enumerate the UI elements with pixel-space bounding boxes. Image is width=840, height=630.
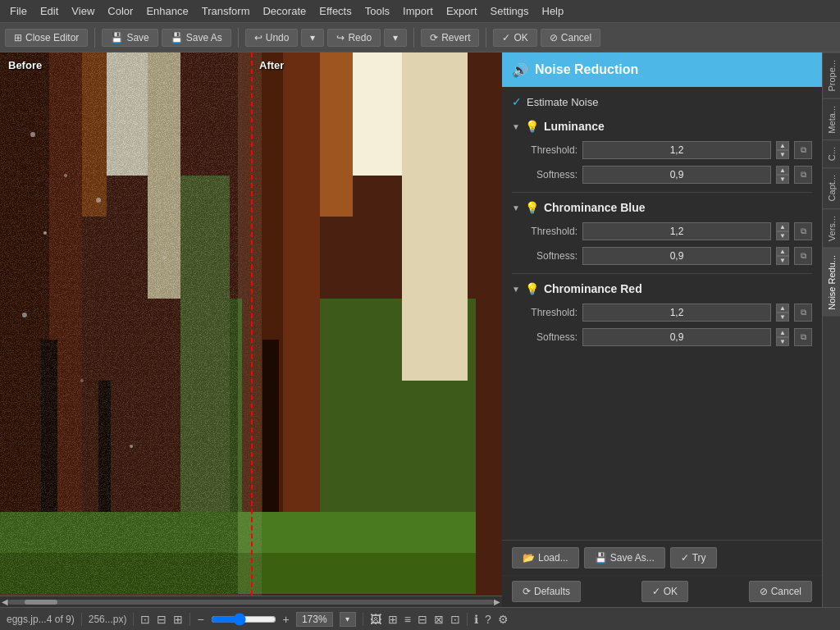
chrom-blue-softness-copy[interactable]: ⧉	[794, 247, 812, 265]
ok-button[interactable]: ✓ OK	[493, 29, 536, 47]
chrom-blue-softness-input[interactable]	[582, 247, 771, 265]
menu-decorate[interactable]: Decorate	[256, 3, 313, 19]
frame-icon[interactable]: ⊞	[173, 613, 183, 626]
luminance-softness-input[interactable]	[582, 166, 771, 184]
help-icon[interactable]: ?	[485, 613, 491, 626]
save-as-button[interactable]: 💾 Save As	[162, 29, 231, 47]
cancel-button[interactable]: ⊘ Cancel	[541, 29, 600, 47]
chrom-blue-threshold-spinner[interactable]: ▲ ▼	[776, 222, 789, 240]
menu-import[interactable]: Import	[396, 3, 440, 19]
view-mode-5-icon[interactable]: ⊠	[434, 613, 444, 626]
menu-tools[interactable]: Tools	[358, 3, 396, 19]
zoom-input[interactable]	[296, 612, 333, 627]
luminance-threshold-up[interactable]: ▲	[776, 141, 789, 150]
view-mode-2-icon[interactable]: ⊞	[388, 613, 398, 626]
zoom-slider[interactable]	[211, 612, 276, 627]
menu-file[interactable]: File	[3, 3, 34, 19]
chrom-red-softness-label: Softness:	[512, 331, 578, 343]
side-tab-noise[interactable]: Noise Redu...	[823, 248, 840, 317]
chrom-red-arrow[interactable]: ▼	[512, 285, 520, 294]
svg-rect-12	[402, 52, 468, 381]
menu-help[interactable]: Help	[536, 3, 571, 19]
zoom-dropdown-button[interactable]: ▾	[340, 612, 356, 627]
chrom-red-threshold-input[interactable]	[582, 304, 771, 322]
chrom-red-threshold-down[interactable]: ▼	[776, 313, 789, 322]
canvas-area[interactable]: Before After	[0, 52, 502, 596]
chrom-blue-softness-spinner[interactable]: ▲ ▼	[776, 247, 789, 265]
side-tab-c[interactable]: C...	[823, 139, 840, 167]
chrom-blue-threshold-down[interactable]: ▼	[776, 231, 789, 240]
luminance-softness-down[interactable]: ▼	[776, 175, 789, 184]
chrom-blue-softness-up[interactable]: ▲	[776, 247, 789, 256]
redo-dropdown[interactable]: ▾	[384, 29, 407, 47]
panel-cancel-button[interactable]: ⊘ Cancel	[749, 581, 812, 602]
luminance-softness-copy[interactable]: ⧉	[794, 166, 812, 184]
scroll-thumb[interactable]	[25, 600, 57, 605]
defaults-button[interactable]: ⟳ Defaults	[512, 581, 581, 602]
chrom-red-softness-spinner[interactable]: ▲ ▼	[776, 328, 789, 346]
close-editor-button[interactable]: ⊞ Close Editor	[5, 29, 88, 47]
chrom-blue-threshold-up[interactable]: ▲	[776, 222, 789, 231]
menu-export[interactable]: Export	[440, 3, 484, 19]
chrom-red-threshold-spinner[interactable]: ▲ ▼	[776, 304, 789, 322]
luminance-softness-up[interactable]: ▲	[776, 166, 789, 175]
luminance-arrow[interactable]: ▼	[512, 122, 520, 131]
chrom-red-softness-up[interactable]: ▲	[776, 328, 789, 337]
crop-icon[interactable]: ⊡	[140, 613, 150, 626]
redo-button[interactable]: ↪ Redo	[327, 29, 381, 47]
load-button[interactable]: 📂 Load...	[512, 547, 579, 568]
chrom-blue-threshold-copy[interactable]: ⧉	[794, 222, 812, 240]
revert-button[interactable]: ⟳ Revert	[421, 29, 479, 47]
luminance-threshold-spinner[interactable]: ▲ ▼	[776, 141, 789, 159]
split-line[interactable]	[251, 52, 253, 596]
chrom-red-softness-input[interactable]	[582, 328, 771, 346]
view-mode-1-icon[interactable]: 🖼	[370, 613, 381, 626]
chrom-blue-section-header[interactable]: ▼ 💡 Chrominance Blue	[512, 201, 812, 214]
estimate-noise-row[interactable]: ✓ Estimate Noise	[512, 95, 812, 108]
luminance-softness-row: Softness: ▲ ▼ ⧉	[512, 166, 812, 184]
menu-transform[interactable]: Transform	[195, 3, 257, 19]
horizontal-scrollbar[interactable]: ◀ ▶	[0, 596, 502, 607]
undo-dropdown[interactable]: ▾	[301, 29, 324, 47]
side-tab-meta[interactable]: Meta...	[823, 98, 840, 140]
chrom-red-threshold-up[interactable]: ▲	[776, 304, 789, 313]
luminance-threshold-input[interactable]	[582, 141, 771, 159]
chrom-red-section-header[interactable]: ▼ 💡 Chrominance Red	[512, 282, 812, 295]
toolbar-divider-4	[486, 28, 486, 48]
scroll-right-arrow[interactable]: ▶	[494, 597, 500, 606]
luminance-softness-spinner[interactable]: ▲ ▼	[776, 166, 789, 184]
menu-enhance[interactable]: Enhance	[139, 3, 194, 19]
menu-settings[interactable]: Settings	[484, 3, 536, 19]
save-button[interactable]: 💾 Save	[102, 29, 158, 47]
luminance-section-header[interactable]: ▼ 💡 Luminance	[512, 120, 812, 133]
status-divider-3	[189, 613, 190, 626]
panel-ok-button[interactable]: ✓ OK	[641, 581, 688, 602]
luminance-threshold-copy[interactable]: ⧉	[794, 141, 812, 159]
scroll-left-arrow[interactable]: ◀	[2, 597, 8, 606]
try-button[interactable]: ✓ Try	[670, 547, 717, 568]
view-mode-4-icon[interactable]: ⊟	[418, 613, 427, 626]
resize-icon[interactable]: ⊟	[157, 613, 167, 626]
settings-icon[interactable]: ⚙	[498, 613, 509, 626]
menu-edit[interactable]: Edit	[34, 3, 65, 19]
chrom-blue-arrow[interactable]: ▼	[512, 203, 520, 212]
chrom-blue-threshold-input[interactable]	[582, 222, 771, 240]
chrom-red-threshold-copy[interactable]: ⧉	[794, 304, 812, 322]
undo-button[interactable]: ↩ Undo	[245, 29, 299, 47]
view-mode-3-icon[interactable]: ≡	[404, 613, 411, 626]
view-mode-6-icon[interactable]: ⊡	[450, 613, 460, 626]
chrom-red-softness-copy[interactable]: ⧉	[794, 328, 812, 346]
chrom-blue-softness-down[interactable]: ▼	[776, 256, 789, 265]
chrom-red-softness-down[interactable]: ▼	[776, 337, 789, 346]
menu-effects[interactable]: Effects	[313, 3, 358, 19]
menu-view[interactable]: View	[65, 3, 101, 19]
side-tab-capt[interactable]: Capt...	[823, 167, 840, 208]
panel-save-as-button[interactable]: 💾 Save As...	[584, 547, 665, 568]
menu-color[interactable]: Color	[101, 3, 139, 19]
scroll-track[interactable]	[8, 600, 494, 605]
side-tab-vers[interactable]: Vers...	[823, 208, 840, 248]
info-icon[interactable]: ℹ	[474, 613, 478, 626]
panel-content: ✓ Estimate Noise ▼ 💡 Luminance Threshold…	[502, 87, 822, 540]
luminance-threshold-down[interactable]: ▼	[776, 150, 789, 159]
side-tab-properties[interactable]: Prope...	[823, 52, 840, 98]
